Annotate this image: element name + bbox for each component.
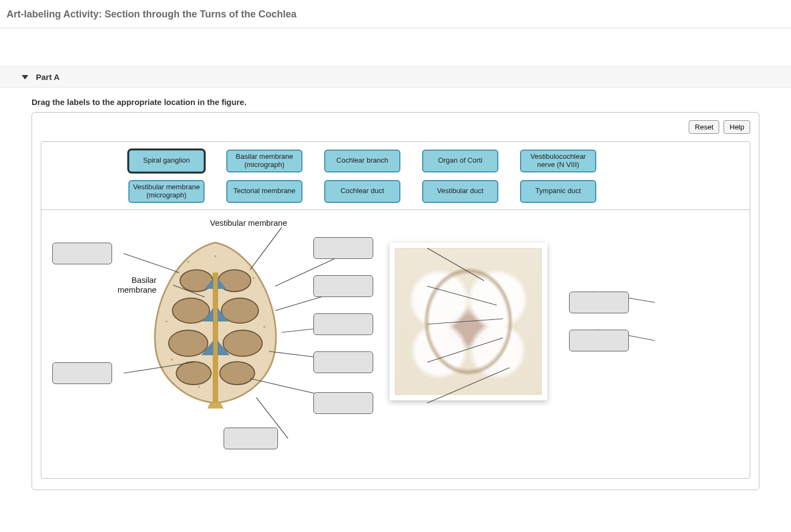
label-basilar-membrane-micrograph[interactable]: Basilar membrane (micrograph) bbox=[226, 150, 302, 172]
svg-point-15 bbox=[176, 362, 211, 385]
help-button[interactable]: Help bbox=[724, 120, 750, 134]
svg-point-4 bbox=[263, 326, 265, 328]
label-spiral-ganglion[interactable]: Spiral ganglion bbox=[128, 150, 205, 172]
svg-point-16 bbox=[220, 362, 255, 385]
activity-frame: Reset Help Spiral ganglion Basilar membr… bbox=[32, 112, 759, 490]
instructions-text: Drag the labels to the appropriate locat… bbox=[0, 88, 791, 112]
svg-point-11 bbox=[172, 298, 209, 323]
drop-target[interactable] bbox=[52, 243, 112, 264]
drop-target[interactable] bbox=[313, 237, 373, 259]
label-vestibular-duct[interactable]: Vestibular duct bbox=[422, 180, 498, 203]
label-tectorial-membrane[interactable]: Tectorial membrane bbox=[226, 180, 302, 203]
drop-target[interactable] bbox=[569, 292, 629, 313]
drop-target[interactable] bbox=[52, 362, 112, 384]
reset-button[interactable]: Reset bbox=[689, 120, 719, 134]
svg-point-0 bbox=[176, 271, 178, 274]
cochlea-micrograph bbox=[390, 243, 547, 400]
drop-target[interactable] bbox=[313, 392, 373, 414]
drop-target[interactable] bbox=[313, 275, 373, 297]
drop-target[interactable] bbox=[224, 428, 278, 449]
labeling-canvas: Spiral ganglion Basilar membrane (microg… bbox=[41, 141, 750, 479]
part-header[interactable]: Part A bbox=[0, 66, 791, 88]
label-organ-of-corti[interactable]: Organ of Corti bbox=[422, 150, 498, 172]
drop-target[interactable] bbox=[313, 351, 373, 373]
drop-target[interactable] bbox=[313, 313, 373, 335]
page-title: Art-labeling Activity: Section through t… bbox=[0, 0, 791, 28]
svg-point-14 bbox=[223, 330, 262, 356]
part-title: Part A bbox=[36, 72, 60, 82]
svg-point-5 bbox=[198, 386, 200, 388]
label-tympanic-duct[interactable]: Tympanic duct bbox=[520, 180, 596, 203]
label-vestibular-membrane-micrograph[interactable]: Vestibular membrane (micrograph) bbox=[128, 180, 205, 203]
label-vestibulocochlear-nerve[interactable]: Vestibulocochlear nerve (N VIII) bbox=[520, 150, 596, 172]
svg-point-8 bbox=[171, 358, 173, 361]
svg-point-7 bbox=[214, 255, 217, 257]
svg-point-3 bbox=[165, 320, 168, 323]
label-cochlear-branch[interactable]: Cochlear branch bbox=[324, 150, 400, 172]
svg-point-1 bbox=[187, 261, 189, 263]
drop-target[interactable] bbox=[569, 330, 629, 351]
label-cochlear-duct[interactable]: Cochlear duct bbox=[324, 180, 400, 203]
cochlea-illustration bbox=[145, 240, 286, 409]
figure-area: Vestibular membrane Basilar membrane bbox=[41, 210, 750, 470]
svg-point-13 bbox=[169, 330, 208, 356]
chevron-down-icon bbox=[22, 75, 28, 79]
fixed-label-vestibular-membrane: Vestibular membrane bbox=[210, 218, 287, 228]
svg-point-12 bbox=[221, 298, 258, 323]
label-tray: Spiral ganglion Basilar membrane (microg… bbox=[41, 142, 750, 210]
svg-point-2 bbox=[252, 277, 255, 279]
